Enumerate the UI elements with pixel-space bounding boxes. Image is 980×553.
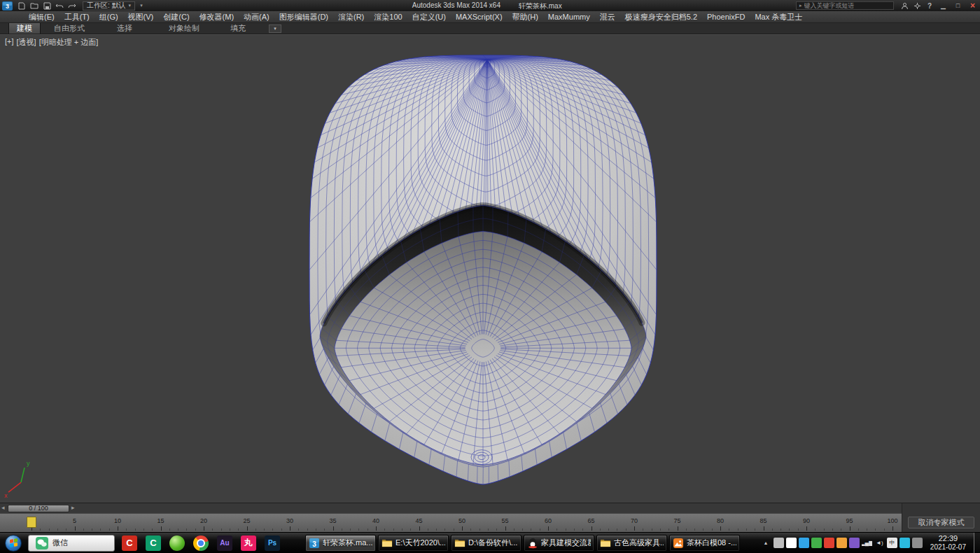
close-button[interactable]: × bbox=[965, 1, 980, 10]
taskbar-wechat-button[interactable]: 微信 bbox=[28, 535, 115, 552]
menu-item-1[interactable]: 工具(T) bbox=[59, 11, 94, 22]
tray-icon-5[interactable] bbox=[824, 538, 834, 548]
menu-item-13[interactable]: MaxMummy bbox=[543, 11, 595, 22]
ruler-tick bbox=[307, 528, 308, 531]
taskbar-task-2[interactable]: D:\备份软件\... bbox=[451, 535, 522, 552]
menu-item-7[interactable]: 图形编辑器(D) bbox=[274, 11, 333, 22]
viewport-label-0[interactable]: [+] bbox=[4, 37, 15, 48]
tray-icon-9[interactable] bbox=[912, 538, 923, 548]
viewport-canvas[interactable]: xy bbox=[0, 35, 980, 503]
menu-item-11[interactable]: MAXScript(X) bbox=[451, 11, 507, 22]
ruler-tick-label: 50 bbox=[458, 517, 465, 524]
folder-icon bbox=[454, 538, 465, 549]
menu-item-0[interactable]: 编辑(E) bbox=[24, 11, 59, 22]
menu-item-2[interactable]: 组(G) bbox=[94, 11, 123, 22]
previous-frame-icon[interactable]: ◂ bbox=[1, 504, 5, 511]
taskbar-clock[interactable]: 22:39 2021-02-07 bbox=[930, 534, 966, 552]
time-slider-handle[interactable]: 0 / 100 bbox=[8, 505, 69, 512]
workspace-selector[interactable]: 工作区: 默认 ▾ bbox=[83, 1, 135, 10]
ruler-tick bbox=[247, 526, 248, 531]
network-icon[interactable]: ▂▄▆ bbox=[862, 538, 872, 548]
quick-access-caret-icon[interactable]: ▾ bbox=[136, 1, 147, 10]
maximize-button[interactable]: □ bbox=[951, 1, 965, 10]
taskbar-task-4[interactable]: 古色高级家具... bbox=[596, 535, 667, 552]
tray-icon-1[interactable] bbox=[774, 538, 784, 548]
viewport-label-1[interactable]: [透视] bbox=[16, 37, 37, 48]
new-file-icon[interactable] bbox=[16, 1, 27, 10]
tray-icon-4[interactable] bbox=[811, 538, 822, 548]
menu-item-14[interactable]: 混云 bbox=[595, 11, 620, 22]
search-box[interactable]: ▸ bbox=[796, 1, 894, 10]
tray-icon-2[interactable] bbox=[786, 538, 797, 548]
ime-icon[interactable]: 中 bbox=[887, 538, 897, 548]
taskbar-task-0[interactable]: 3轩荣茶杯.ma... bbox=[305, 535, 376, 552]
menu-item-8[interactable]: 渲染(R) bbox=[333, 11, 369, 22]
pinned-wanzi[interactable]: 丸 bbox=[237, 533, 260, 553]
system-tray: ▲ ▂▄▆◄)中 22:39 2021-02-07 bbox=[760, 533, 980, 553]
taskbar-task-3[interactable]: 家具建模交流群 bbox=[524, 535, 594, 552]
ribbon-options-icon[interactable]: ▾ bbox=[269, 24, 281, 33]
ruler-tick bbox=[126, 528, 127, 531]
ruler-tick bbox=[686, 528, 687, 531]
task-label: 古色高级家具... bbox=[614, 538, 664, 548]
ruler-tick bbox=[798, 528, 799, 531]
search-input[interactable] bbox=[804, 2, 890, 9]
file-name: 轩荣茶杯.max bbox=[519, 1, 562, 11]
tray-icon-7[interactable] bbox=[849, 538, 860, 548]
ribbon-tab-4[interactable]: 填充 bbox=[223, 23, 253, 34]
settings-icon[interactable] bbox=[911, 1, 923, 10]
start-button[interactable] bbox=[1, 533, 25, 553]
current-frame-marker[interactable] bbox=[27, 517, 36, 528]
next-frame-icon[interactable]: ▸ bbox=[71, 504, 75, 511]
ruler-tick bbox=[428, 528, 428, 531]
ruler-tick bbox=[548, 526, 549, 531]
undo-icon[interactable] bbox=[54, 1, 65, 10]
open-file-icon[interactable] bbox=[29, 1, 40, 10]
time-slider-track[interactable]: ◂ 0 / 100 ▸ bbox=[0, 503, 902, 513]
pinned-app-c-red[interactable]: C bbox=[118, 533, 141, 553]
ruler-tick bbox=[875, 528, 876, 531]
menu-item-4[interactable]: 创建(C) bbox=[158, 11, 194, 22]
tray-expand-icon[interactable]: ▲ bbox=[760, 537, 771, 550]
menu-item-16[interactable]: PhoenixFD bbox=[702, 11, 750, 22]
viewport[interactable]: [+][透视][明暗处理 + 边面] xy bbox=[0, 34, 980, 503]
tray-icon-3[interactable] bbox=[799, 538, 809, 548]
tray-icon-6[interactable] bbox=[836, 538, 847, 548]
viewport-label-2[interactable]: [明暗处理 + 边面] bbox=[38, 37, 99, 48]
taskbar-task-5[interactable]: 茶杯白模08 -... bbox=[669, 535, 740, 552]
show-desktop-button[interactable] bbox=[974, 533, 980, 553]
tray-icon-8[interactable] bbox=[899, 538, 910, 548]
community-icon[interactable] bbox=[899, 1, 910, 10]
ribbon-tab-0[interactable]: 建模 bbox=[8, 22, 41, 34]
workspace-label: 工作区: 默认 bbox=[87, 1, 126, 10]
ruler-tick bbox=[462, 526, 463, 531]
pinned-browser-360[interactable] bbox=[165, 533, 189, 553]
taskbar-task-1[interactable]: E:\天竹2020\... bbox=[378, 535, 449, 552]
pinned-audition[interactable]: Au bbox=[213, 533, 237, 553]
menu-item-12[interactable]: 帮助(H) bbox=[507, 11, 543, 22]
ribbon-tab-3[interactable]: 对象绘制 bbox=[161, 23, 207, 34]
help-icon[interactable]: ? bbox=[924, 1, 935, 10]
menu-item-17[interactable]: Max 杀毒卫士 bbox=[750, 11, 807, 22]
wechat-label: 微信 bbox=[52, 538, 68, 548]
menu-item-5[interactable]: 修改器(M) bbox=[195, 11, 239, 22]
menu-item-15[interactable]: 极速瘦身安全归档5.2 bbox=[620, 11, 702, 22]
track-bar-ruler[interactable]: 0510152025303540455055606570758085909510… bbox=[0, 513, 902, 532]
search-arrow-icon: ▸ bbox=[799, 3, 802, 8]
save-icon[interactable] bbox=[41, 1, 52, 10]
redo-icon[interactable] bbox=[66, 1, 78, 10]
menu-item-10[interactable]: 自定义(U) bbox=[407, 11, 451, 22]
pinned-app-c-green[interactable]: C bbox=[141, 533, 165, 553]
menu-item-3[interactable]: 视图(V) bbox=[123, 11, 159, 22]
volume-icon[interactable]: ◄) bbox=[874, 538, 885, 548]
cancel-expert-mode-button[interactable]: 取消专家模式 bbox=[908, 517, 974, 528]
ribbon-tab-1[interactable]: 自由形式 bbox=[46, 23, 92, 34]
pinned-photoshop[interactable]: Ps bbox=[260, 533, 284, 553]
menu-item-9[interactable]: 渲染100 bbox=[369, 11, 407, 22]
ribbon-tab-2[interactable]: 选择 bbox=[109, 23, 140, 34]
ruler-tick bbox=[436, 528, 437, 531]
ruler-tick bbox=[574, 528, 575, 531]
minimize-button[interactable]: ▁ bbox=[936, 1, 951, 10]
pinned-chrome[interactable] bbox=[189, 533, 213, 553]
menu-item-6[interactable]: 动画(A) bbox=[239, 11, 274, 22]
